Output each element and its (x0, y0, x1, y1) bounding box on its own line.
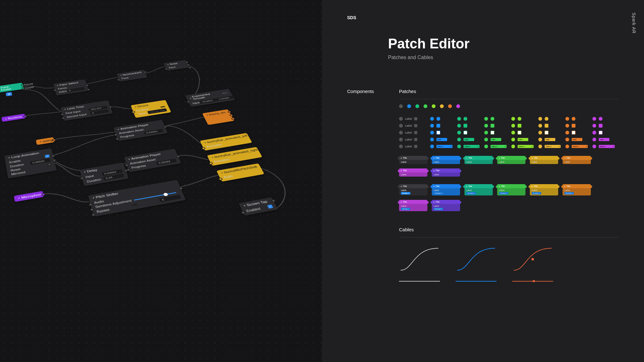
color-dot (407, 104, 411, 108)
sample-node-card[interactable]: TitleLabelNumber ▾ (497, 184, 525, 195)
patch-editor-canvas[interactable]: Face Finder Faces Count ⚙ Face Select Fa… (0, 0, 322, 362)
swatch-cell (430, 131, 453, 134)
swatch-cell: Label (592, 138, 615, 141)
swatch-cell (538, 117, 561, 121)
color-dot (456, 104, 460, 108)
node-title: Runtime (2, 114, 26, 122)
cable-samples (399, 245, 619, 282)
node-facetracker[interactable]: facetracker0 Face (116, 70, 147, 82)
swatch-cell (484, 124, 507, 128)
swatch-cell: Label (565, 138, 588, 141)
node-anim-player-2[interactable]: Animation Player Animation Asset Progres… (124, 149, 181, 172)
sample-node-card[interactable]: TitleLabelNumber ▾ (464, 184, 493, 195)
swatch-cell (565, 124, 588, 128)
swatch-cell (538, 131, 561, 134)
swatch-cell: Label (484, 138, 507, 141)
swatch-cell: Label (538, 138, 561, 141)
swatch-cell: Label (430, 138, 453, 141)
sample-node-card[interactable]: TitleLabel (464, 156, 493, 164)
sample-node-card[interactable]: TitleLabelNumber ▾ (432, 200, 460, 211)
swatch-cell: Label (511, 138, 534, 141)
nav-components[interactable]: Components (347, 89, 383, 282)
swatch-cell (592, 131, 615, 134)
row-label: Label (399, 131, 426, 134)
row-label: Label (399, 117, 426, 121)
node-bunny-tex[interactable]: bunny_tex (202, 109, 234, 125)
swatch-row: Label (399, 124, 619, 128)
sample-node-card[interactable]: TitleLabelNumber ▾ (399, 184, 427, 195)
port-label: Faces (24, 83, 33, 86)
node-bunny-left[interactable]: bunnyEar_animated_left Animation (200, 133, 252, 151)
sample-node-card[interactable]: TitleLabelNumber ▾ (530, 184, 558, 195)
swatch-cell: Option 1 (484, 145, 507, 148)
sample-node-card[interactable]: TitleLabel (432, 156, 460, 164)
swatch-cell: Option 1 (430, 145, 453, 148)
color-dots-row (399, 104, 619, 108)
sample-node-card[interactable]: TitleLabel (497, 156, 525, 164)
sample-node-card[interactable]: TitleLabel (399, 168, 427, 177)
checkbox-icon[interactable]: ✓ (45, 154, 50, 158)
swatch-cell: Label (457, 138, 480, 141)
page-subtitle: Patches and Cables (388, 55, 619, 60)
color-dot (415, 104, 419, 108)
page-title: Patch Editor (388, 36, 619, 52)
swatch-cell (565, 131, 588, 134)
node-nose[interactable]: Nose Face (164, 60, 190, 71)
color-dot (448, 104, 452, 108)
brand-label: Spark AR (631, 13, 636, 34)
card-samples-chip: TitleLabelNumber ▾TitleLabelNumber ▾Titl… (399, 184, 619, 211)
sample-node-card[interactable]: TitleLabel (432, 168, 460, 177)
node-delay[interactable]: Delay Input0.64664 Duration0.43 (80, 162, 129, 186)
sample-node-card[interactable]: TitleLabelNumber ▾ (563, 184, 591, 195)
doc-panel: Spark AR SDS Patch Editor Patches and Ca… (322, 0, 644, 362)
swatch-cell (511, 131, 534, 134)
node-runtime[interactable]: Runtime (2, 114, 26, 122)
sds-label: SDS (347, 15, 619, 20)
swatch-cell (430, 124, 453, 128)
node-microphone[interactable]: Microphone (14, 191, 44, 202)
swatch-row: LabelLabelLabelLabelLabelLabelLabelLabel (399, 138, 619, 141)
swatch-cell: Option 1 (511, 145, 534, 148)
sample-node-card[interactable]: TitleLabelNumber ▾ (399, 200, 427, 211)
node-face-select[interactable]: Face Select Faces Index0 (53, 79, 89, 96)
swatch-row: Label (399, 117, 619, 121)
node-exp-smooth[interactable]: Exponential SmoothVec3 Input-43.68312.90… (185, 89, 236, 107)
node-bunny-right[interactable]: bunnyEar_animated_right Animation (207, 147, 262, 166)
sample-node-card[interactable]: TitleLabelNumber ▾ (432, 184, 460, 195)
node-loop-animation[interactable]: Loop Animation Enable✓ Duration0.95833 R… (4, 148, 57, 179)
swatch-cell (511, 124, 534, 128)
node-swing[interactable]: swing (36, 137, 55, 145)
sample-node-card[interactable]: TitleLabel (530, 156, 558, 164)
node-title: Face Finder (0, 83, 23, 93)
node-mic-pitch[interactable]: bunnyMicPitchShift Audio (216, 163, 264, 182)
node-device[interactable]: Device Enabled Tokentap_to_cha (130, 100, 171, 118)
section-patches: Patches (399, 89, 619, 99)
sample-node-card[interactable]: TitleLabel (563, 156, 591, 164)
row-label: Label (399, 145, 426, 148)
row-label: Label (399, 124, 426, 128)
swatch-cell (430, 117, 453, 121)
swatch-cell (538, 124, 561, 128)
node-screen-tap[interactable]: Screen Tap Enabled✓ (239, 197, 278, 216)
color-dot (432, 104, 436, 108)
node-anim-player-1[interactable]: Animation Player Animation Asset Progres… (113, 120, 168, 141)
swatch-row: Label (399, 131, 619, 134)
node-title: swing (36, 137, 55, 145)
checkbox-icon[interactable]: ✓ (267, 205, 273, 209)
section-cables: Cables (399, 227, 619, 238)
row-label: Label (399, 138, 426, 141)
node-face-finder[interactable]: Face Finder (0, 83, 23, 93)
swatch-cell (511, 117, 534, 121)
color-dot (440, 104, 444, 108)
node-title: bunny_tex (202, 109, 230, 118)
node-less-than[interactable]: Less Than First Input362.937 Second Inpu… (60, 100, 113, 121)
swatch-row: LabelOption 1Option 1Option 1Option 1Opt… (399, 145, 619, 148)
swatch-cell (457, 117, 480, 121)
swatch-cell (565, 117, 588, 121)
swatch-cell: Option 1 (457, 145, 480, 148)
svg-point-0 (531, 258, 534, 261)
sample-node-card[interactable]: TitleLabel (399, 156, 427, 164)
gear-icon[interactable]: ⚙ (6, 92, 12, 96)
node-pitch-shifter[interactable]: Pitch Shifter Audio Semitone Adjustment … (88, 180, 186, 217)
color-dot (399, 104, 403, 108)
